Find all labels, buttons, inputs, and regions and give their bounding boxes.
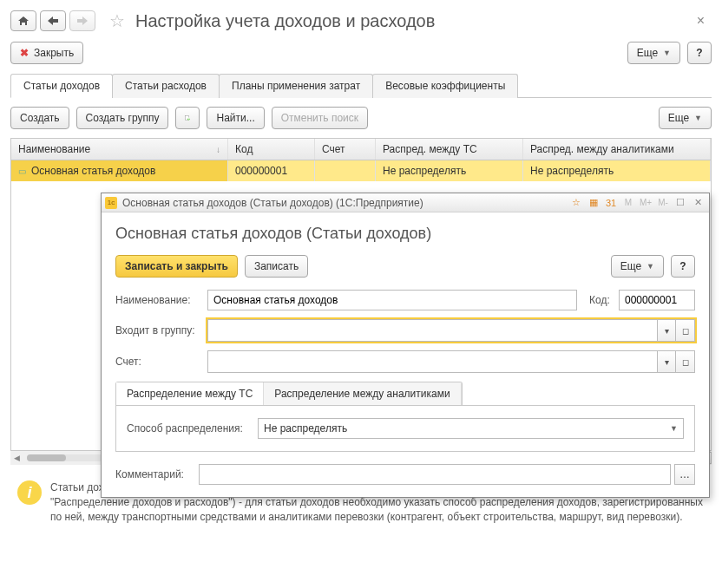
svg-text:+: +	[187, 115, 190, 121]
col-dist-an[interactable]: Распред. между аналитиками	[523, 139, 711, 160]
close-icon: ✖	[20, 47, 29, 59]
sort-icon: ↓	[216, 145, 220, 154]
help-button[interactable]: ?	[687, 42, 712, 64]
label-name: Наименование:	[115, 294, 202, 306]
page-title: Настройка учета доходов и расходов	[135, 11, 435, 31]
table-row[interactable]: ▭Основная статья доходов 000000001 Не ра…	[11, 160, 711, 181]
fav-icon[interactable]: ☆	[568, 196, 584, 210]
close-button[interactable]: ✖Закрыть	[10, 42, 83, 64]
dialog-title: Основная статья доходов (Статьи доходов)	[115, 225, 695, 243]
grid-header: Наименование↓ Код Счет Распред. между ТС…	[11, 139, 711, 160]
find-button[interactable]: Найти...	[207, 107, 264, 129]
main-tabs: Статьи доходов Статьи расходов Планы при…	[10, 73, 712, 98]
account-combo[interactable]: ▾ ◻	[207, 350, 695, 373]
calendar-icon[interactable]: 31	[603, 196, 619, 210]
info-icon: i	[17, 480, 42, 505]
name-field[interactable]	[207, 290, 577, 310]
col-dist-ts[interactable]: Распред. между ТС	[376, 139, 523, 160]
col-name[interactable]: Наименование↓	[11, 139, 228, 160]
chevron-down-icon: ▼	[647, 262, 654, 271]
more-button[interactable]: Еще▼	[627, 42, 680, 64]
edit-dialog: 1c Основная статья доходов (Статьи доход…	[101, 193, 710, 498]
open-ref-icon[interactable]: ◻	[676, 319, 695, 342]
maximize-icon[interactable]: ☐	[673, 196, 688, 210]
save-close-button[interactable]: Записать и закрыть	[115, 255, 238, 278]
account-input[interactable]	[207, 350, 657, 373]
chevron-down-icon: ▼	[663, 49, 671, 57]
tab-cost-plans[interactable]: Планы применения затрат	[219, 74, 373, 98]
label-comment: Комментарий:	[115, 468, 194, 480]
row-icon: ▭	[18, 167, 26, 176]
label-account: Счет:	[115, 356, 202, 368]
inner-tab-dist-ts[interactable]: Распределение между ТС	[116, 382, 264, 405]
code-field[interactable]	[619, 290, 695, 310]
comment-field[interactable]	[199, 464, 671, 485]
create-group-button[interactable]: Создать группу	[76, 107, 169, 129]
tab-income-articles[interactable]: Статьи доходов	[10, 74, 113, 98]
favorite-icon[interactable]: ☆	[109, 10, 125, 31]
dialog-more-button[interactable]: Еще▼	[611, 255, 664, 278]
grid-more-button[interactable]: Еще▼	[659, 107, 712, 129]
chevron-down-icon: ▼	[694, 114, 702, 122]
chevron-down-icon[interactable]: ▾	[657, 319, 676, 342]
cancel-find-button: Отменить поиск	[272, 107, 368, 129]
calc-icon[interactable]: ▦	[586, 196, 601, 210]
dialog-help-button[interactable]: ?	[671, 255, 695, 278]
label-group: Входит в группу:	[115, 324, 202, 336]
create-button[interactable]: Создать	[10, 107, 69, 129]
chevron-down-icon: ▼	[670, 424, 678, 433]
col-code[interactable]: Код	[228, 139, 315, 160]
tab-expense-articles[interactable]: Статьи расходов	[112, 74, 220, 98]
back-button[interactable]	[40, 10, 66, 31]
ellipsis-button[interactable]: …	[674, 464, 695, 485]
method-select[interactable]: Не распределять ▼	[258, 418, 684, 439]
group-combo[interactable]: ▾ ◻	[207, 319, 695, 342]
label-method: Способ распределения:	[127, 422, 253, 434]
chevron-down-icon[interactable]: ▾	[657, 350, 676, 373]
col-acct[interactable]: Счет	[315, 139, 376, 160]
open-ref-icon[interactable]: ◻	[676, 350, 695, 373]
label-code: Код:	[589, 294, 614, 306]
home-button[interactable]	[10, 10, 36, 31]
dialog-titlebar[interactable]: 1c Основная статья доходов (Статьи доход…	[102, 193, 709, 212]
app-icon: 1c	[105, 197, 117, 209]
close-page-button[interactable]: ×	[690, 13, 712, 29]
group-input[interactable]	[207, 319, 657, 342]
mem-mplus[interactable]: M+	[638, 196, 653, 210]
inner-tab-dist-an[interactable]: Распределение между аналитиками	[264, 382, 461, 405]
forward-button[interactable]	[69, 10, 95, 31]
save-button[interactable]: Записать	[245, 255, 308, 278]
mem-m[interactable]: M	[620, 196, 636, 210]
dialog-close-icon[interactable]: ✕	[690, 196, 706, 210]
copy-button[interactable]: +	[175, 107, 200, 129]
tab-weight-coef[interactable]: Весовые коэффициенты	[372, 74, 518, 98]
mem-mminus[interactable]: M-	[655, 196, 671, 210]
